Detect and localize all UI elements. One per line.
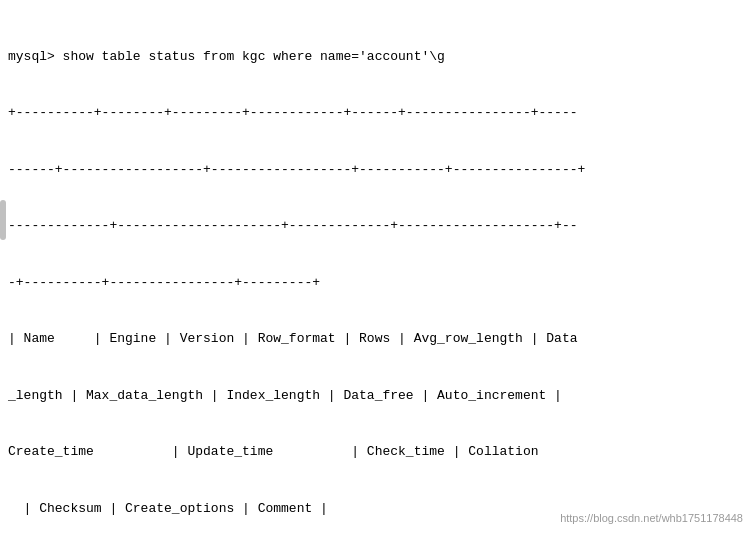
line-5: -+----------+----------------+---------+ (8, 274, 743, 293)
line-2: +----------+--------+---------+---------… (8, 104, 743, 123)
line-1: mysql> show table status from kgc where … (8, 48, 743, 67)
terminal-window: mysql> show table status from kgc where … (0, 0, 751, 534)
watermark: https://blog.csdn.net/whb1751178448 (560, 512, 743, 524)
terminal-output: mysql> show table status from kgc where … (8, 10, 743, 534)
line-4: -------------+---------------------+----… (8, 217, 743, 236)
line-8: Create_time | Update_time | Check_time |… (8, 443, 743, 462)
line-3: ------+------------------+--------------… (8, 161, 743, 180)
line-7: _length | Max_data_length | Index_length… (8, 387, 743, 406)
scrollbar[interactable] (0, 200, 6, 240)
line-6: | Name | Engine | Version | Row_format |… (8, 330, 743, 349)
